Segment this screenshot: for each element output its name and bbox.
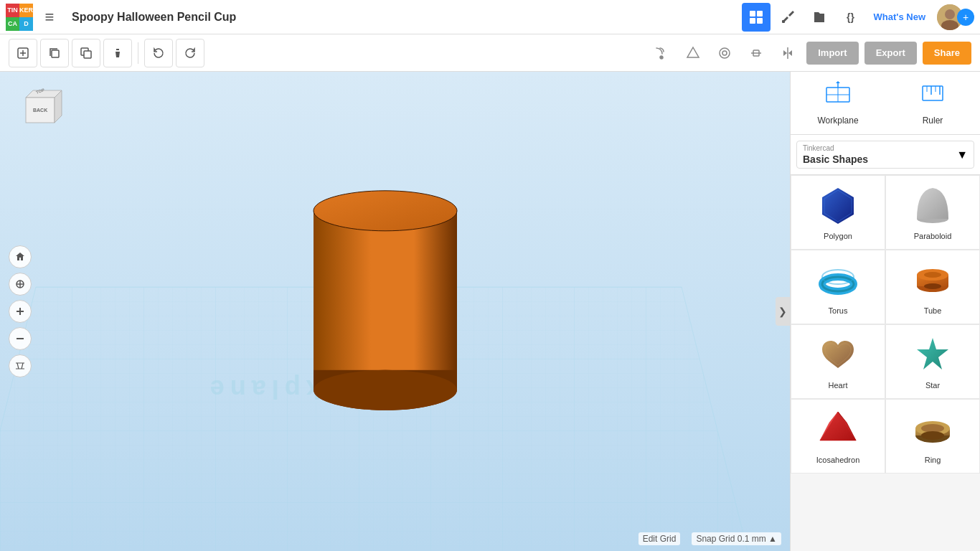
svg-rect-24 [314, 211, 457, 390]
project-title: Spoopy Halloween Pencil Cup [66, 11, 736, 24]
svg-marker-48 [822, 188, 854, 224]
shape-icon-button[interactable] [680, 40, 706, 66]
hole-icon-button[interactable] [712, 40, 738, 66]
perspective-button[interactable] [9, 354, 32, 377]
zoom-out-button[interactable] [9, 327, 32, 350]
shape-label-polygon: Polygon [824, 232, 852, 240]
category-dropdown[interactable]: Tinkercad Basic Shapes ▼ [796, 141, 974, 169]
mirror-icon-button[interactable] [775, 40, 801, 66]
panel-top-buttons: Workplane Ruler [791, 72, 980, 135]
svg-rect-3 [757, 18, 763, 24]
3d-cylinder-shape[interactable] [285, 168, 486, 429]
redo-button[interactable] [176, 39, 204, 67]
top-navigation: TIN KER CA D ≡ Spoopy Halloween Pencil C… [0, 0, 980, 34]
shape-item-torus[interactable]: Torus [791, 250, 885, 324]
shape-label-paraboloid: Paraboloid [914, 232, 952, 240]
shape-icon-tube [911, 259, 954, 302]
grid-view-button[interactable] [742, 3, 771, 32]
add-user-button[interactable]: + [957, 9, 974, 26]
category-source-label: Tinkercad [803, 144, 868, 152]
share-button[interactable]: Share [923, 42, 971, 65]
svg-rect-0 [750, 11, 755, 17]
copy-button[interactable] [40, 39, 69, 67]
shape-icon-torus [816, 259, 859, 302]
edit-grid-button[interactable]: Edit Grid [639, 532, 681, 545]
viewport[interactable]: Workplane [0, 72, 790, 551]
duplicate-button[interactable] [72, 39, 100, 67]
view-cube[interactable]: TOP BACK [11, 83, 69, 141]
align-icon-button[interactable] [743, 40, 769, 66]
svg-rect-13 [84, 51, 91, 58]
delete-button[interactable] [103, 39, 132, 67]
svg-point-16 [722, 51, 727, 55]
shape-label-torus: Torus [829, 306, 848, 315]
snap-grid-value: 0.1 mm [738, 534, 766, 544]
build-button[interactable] [773, 3, 802, 32]
logo-d: D [19, 17, 33, 31]
svg-marker-42 [836, 81, 840, 83]
code-button[interactable]: {} [837, 3, 865, 32]
svg-rect-1 [757, 11, 763, 17]
list-view-button[interactable]: ≡ [39, 3, 60, 32]
category-selector[interactable]: Tinkercad Basic Shapes ▼ [791, 135, 980, 175]
fit-view-button[interactable] [9, 273, 32, 296]
shape-label-star: Star [925, 381, 940, 390]
logo-ca: CA [6, 17, 19, 31]
main-content: Workplane [0, 72, 980, 551]
svg-text:BACK: BACK [33, 108, 47, 113]
main-toolbar: Import Export Share [0, 34, 980, 72]
home-button[interactable] [9, 245, 32, 268]
whats-new-link[interactable]: What's New [868, 11, 931, 22]
shape-item-icosahedron[interactable]: Icosahedron [791, 399, 885, 474]
svg-marker-60 [820, 412, 856, 441]
shape-item-heart[interactable]: Heart [791, 324, 885, 399]
viewport-bottom-controls: Edit Grid Snap Grid 0.1 mm ▲ [639, 532, 781, 545]
shape-icon-paraboloid [911, 184, 954, 227]
tinkercad-logo[interactable]: TIN KER CA D [6, 4, 33, 31]
shape-item-paraboloid[interactable]: Paraboloid [885, 175, 980, 250]
ruler-label: Ruler [923, 116, 943, 126]
snap-grid-button[interactable]: Snap Grid 0.1 mm ▲ [692, 532, 781, 545]
shape-label-icosahedron: Icosahedron [816, 456, 860, 464]
workplane-button[interactable]: Workplane [791, 72, 885, 134]
shape-label-tube: Tube [924, 306, 942, 315]
svg-point-29 [314, 370, 457, 410]
category-name-label: Basic Shapes [803, 154, 868, 165]
import-button[interactable]: Import [806, 42, 858, 65]
shape-item-ring[interactable]: Ring [885, 399, 980, 474]
snap-grid-up-icon: ▲ [768, 534, 777, 544]
shape-icon-heart [816, 334, 859, 377]
logo-ker: KER [19, 4, 33, 17]
shape-label-heart: Heart [829, 381, 848, 390]
workplane-icon [824, 80, 852, 111]
svg-point-6 [945, 9, 955, 19]
svg-rect-11 [52, 50, 59, 57]
svg-point-58 [924, 283, 941, 289]
shape-item-polygon[interactable]: Polygon [791, 175, 885, 250]
shapes-grid: Polygon Paraboloid Torus [791, 175, 980, 474]
left-tools [9, 245, 32, 377]
ruler-icon [920, 80, 946, 111]
shape-icon-icosahedron [816, 408, 859, 451]
shape-icon-polygon [816, 184, 859, 227]
undo-button[interactable] [144, 39, 173, 67]
zoom-in-button[interactable] [9, 300, 32, 323]
workplane-label: Workplane [817, 116, 858, 126]
logo-tin: TIN [6, 4, 19, 17]
svg-rect-38 [17, 338, 24, 339]
shape-label-ring: Ring [925, 456, 941, 464]
shape-item-star[interactable]: Star [885, 324, 980, 399]
nav-icons: {} What's New + [742, 3, 974, 32]
export-button[interactable]: Export [864, 42, 917, 65]
svg-point-14 [660, 56, 663, 59]
files-button[interactable] [805, 3, 834, 32]
shape-icon-star [911, 334, 954, 377]
ruler-button[interactable]: Ruler [885, 72, 980, 134]
category-dropdown-arrow: ▼ [956, 149, 968, 161]
magnet-icon-button[interactable] [649, 40, 674, 66]
snap-grid-label: Snap Grid [696, 534, 735, 544]
new-button[interactable] [9, 39, 37, 67]
svg-point-69 [921, 431, 944, 440]
panel-collapse-button[interactable]: ❯ [776, 297, 790, 326]
shape-item-tube[interactable]: Tube [885, 250, 980, 324]
